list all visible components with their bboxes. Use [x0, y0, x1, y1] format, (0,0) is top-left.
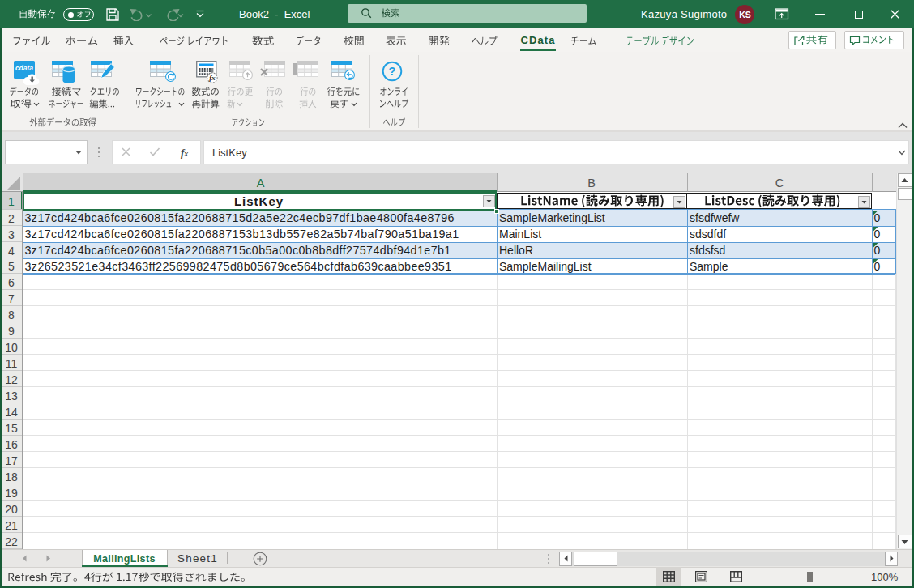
svg-text:fx: fx	[209, 74, 216, 82]
svg-text:?: ?	[389, 65, 396, 78]
svg-text:cdata: cdata	[15, 63, 33, 71]
